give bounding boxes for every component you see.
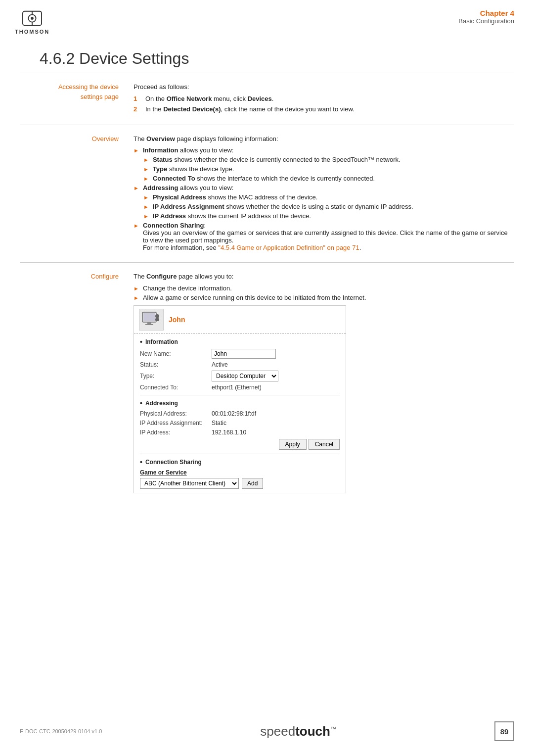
thomson-logo-icon (20, 9, 44, 28)
overview-intro: The Overview page displays following inf… (134, 134, 514, 144)
step-2-text: In the Detected Device(s), click the nam… (145, 105, 355, 113)
sub-bullet-connectedto: ► Connected To shows the interface to wh… (143, 175, 514, 182)
sub-bullet-status: ► Status shows whether the device is cur… (143, 156, 514, 163)
device-panel-name: John (169, 316, 185, 324)
sub-bullet-ipassign-text: IP Address Assignment shows whether the … (153, 203, 413, 210)
game-service-label: Game or Service (140, 469, 340, 476)
device-panel: John Information New Name: Status: Activ… (134, 305, 346, 493)
svg-rect-7 (147, 322, 151, 324)
arrow-bullet-status: ► (143, 157, 149, 163)
sub-bullet-ipassign: ► IP Address Assignment shows whether th… (143, 203, 514, 210)
form-label-ipassign: IP Address Assignment: (140, 420, 212, 426)
svg-rect-8 (145, 324, 153, 325)
config-bullet-2: ► Allow a game or service running on thi… (134, 294, 514, 301)
step-1-num: 1 (134, 95, 140, 102)
section-content-accessing: Proceed as follows: 1 On the Office Netw… (129, 82, 514, 116)
chapter-sublabel: Basic Configuration (458, 17, 514, 25)
form-value-ipaddr: 192.168.1.10 (212, 429, 246, 436)
connsharing-link[interactable]: "4.5.4 Game or Application Definition" o… (218, 244, 359, 251)
overview-bullets: ► Information allows you to view: ► Stat… (134, 146, 514, 251)
form-row-phyaddr: Physical Address: 00:01:02:98:1f:df (140, 410, 340, 417)
form-row-newname: New Name: (140, 349, 340, 359)
config-bullet-2-text: Allow a game or service running on this … (143, 294, 366, 301)
bullet-addressing-text: Addressing allows you to view: (143, 184, 234, 191)
device-icon-box (139, 309, 164, 331)
arrow-bullet-phyaddr: ► (143, 194, 149, 200)
section-label-col-configure: Configure (20, 272, 129, 493)
add-button[interactable]: Add (242, 478, 263, 489)
step-2-bold1: Detected Device(s) (163, 105, 221, 113)
panel-connsharing-title: Connection Sharing (140, 458, 340, 466)
arrow-bullet-connectedto: ► (143, 176, 149, 182)
form-value-status: Active (212, 361, 228, 368)
game-service-select[interactable]: ABC (Another Bittorrent Client) (140, 478, 239, 489)
form-value-phyaddr: 00:01:02:98:1f:df (212, 410, 256, 417)
section-label-col-accessing: Accessing the device settings page (20, 82, 129, 116)
footer-brand-plain: speed (260, 724, 295, 739)
bullet-information-text: Information allows you to view: (143, 146, 234, 154)
connsharing-link-line: For more information, see "4.5.4 Game or… (143, 244, 514, 251)
form-label-phyaddr: Physical Address: (140, 410, 212, 417)
sub-bullet-phyaddr: ► Physical Address shows the MAC address… (143, 193, 514, 201)
arrow-bullet-cfg2: ► (134, 295, 139, 301)
accessing-steps: 1 On the Office Network menu, click Devi… (134, 95, 514, 113)
footer-brand: speedtouch™ (260, 724, 336, 739)
overview-intro-bold: Overview (146, 135, 175, 142)
footer-tm: ™ (330, 725, 336, 732)
device-panel-body: Information New Name: Status: Active Typ… (134, 334, 346, 493)
form-value-ipassign: Static (212, 420, 226, 426)
step-1: 1 On the Office Network menu, click Devi… (134, 95, 514, 102)
new-name-input[interactable] (212, 349, 276, 359)
svg-rect-10 (155, 318, 159, 321)
form-label-connectedto: Connected To: (140, 384, 212, 391)
sub-bullets-info: ► Status shows whether the device is cur… (143, 156, 514, 182)
arrow-bullet-ipassign: ► (143, 204, 149, 210)
panel-divider-2 (140, 454, 340, 454)
chapter-info: Chapter 4 Basic Configuration (458, 9, 514, 25)
connsharing-title: Connection Sharing: (143, 222, 514, 229)
type-select[interactable]: Desktop Computer (212, 371, 278, 381)
section-content-overview: The Overview page displays following inf… (129, 134, 514, 254)
sub-bullet-phyaddr-text: Physical Address shows the MAC address o… (153, 193, 317, 201)
form-row-status: Status: Active (140, 361, 340, 368)
svg-point-9 (155, 314, 159, 318)
sub-bullets-addr: ► Physical Address shows the MAC address… (143, 193, 514, 220)
game-service-row: ABC (Another Bittorrent Client) Add (140, 478, 340, 489)
page-header: THOMSON Chapter 4 Basic Configuration (0, 0, 534, 35)
cancel-button[interactable]: Cancel (309, 439, 340, 450)
bullet-connsharing: ► Connection Sharing: Gives you an overv… (134, 222, 514, 251)
sub-bullet-ipaddr-text: IP Address shows the current IP address … (153, 212, 311, 220)
form-row-connectedto: Connected To: ethport1 (Ethernet) (140, 384, 340, 391)
config-bullet-1-text: Change the device information. (143, 284, 232, 292)
logo-text: THOMSON (15, 29, 49, 35)
footer-brand-bold: touch (295, 724, 330, 739)
sub-bullet-connectedto-text: Connected To shows the interface to whic… (153, 175, 375, 182)
sub-bullet-status-text: Status shows whether the device is curre… (153, 156, 400, 163)
step-1-bold2: Devices (248, 95, 272, 102)
sub-bullet-ipaddr: ► IP Address shows the current IP addres… (143, 212, 514, 220)
btn-row: Apply Cancel (140, 439, 340, 450)
step-1-bold1: Office Network (167, 95, 212, 102)
page-title-area: 4.6.2 Device Settings (0, 35, 534, 73)
device-panel-header: John (134, 306, 346, 334)
chapter-label: Chapter 4 (458, 9, 514, 17)
form-label-newname: New Name: (140, 350, 212, 357)
form-value-connectedto: ethport1 (Ethernet) (212, 384, 262, 391)
footer-doc-id: E-DOC-CTC-20050429-0104 v1.0 (20, 728, 102, 734)
step-2-num: 2 (134, 105, 140, 113)
section-label-accessing: Accessing the device settings page (20, 82, 119, 101)
step-1-text: On the Office Network menu, click Device… (145, 95, 273, 102)
section-configure: Configure The Configure page allows you … (20, 262, 514, 502)
form-row-type: Type: Desktop Computer (140, 371, 340, 381)
bullet-connsharing-content: Connection Sharing: Gives you an overvie… (143, 222, 514, 251)
bullet-addressing: ► Addressing allows you to view: (134, 184, 514, 191)
apply-button[interactable]: Apply (279, 439, 307, 450)
configure-intro: The Configure page allows you to: (134, 272, 514, 282)
form-row-ipaddr: IP Address: 192.168.1.10 (140, 429, 340, 436)
arrow-bullet-connsharing: ► (134, 223, 139, 229)
arrow-bullet-cfg1: ► (134, 285, 139, 291)
computer-icon (141, 311, 161, 328)
config-bullet-1: ► Change the device information. (134, 284, 514, 292)
panel-addr-title: Addressing (140, 399, 340, 407)
footer-page-number: 89 (494, 721, 514, 741)
